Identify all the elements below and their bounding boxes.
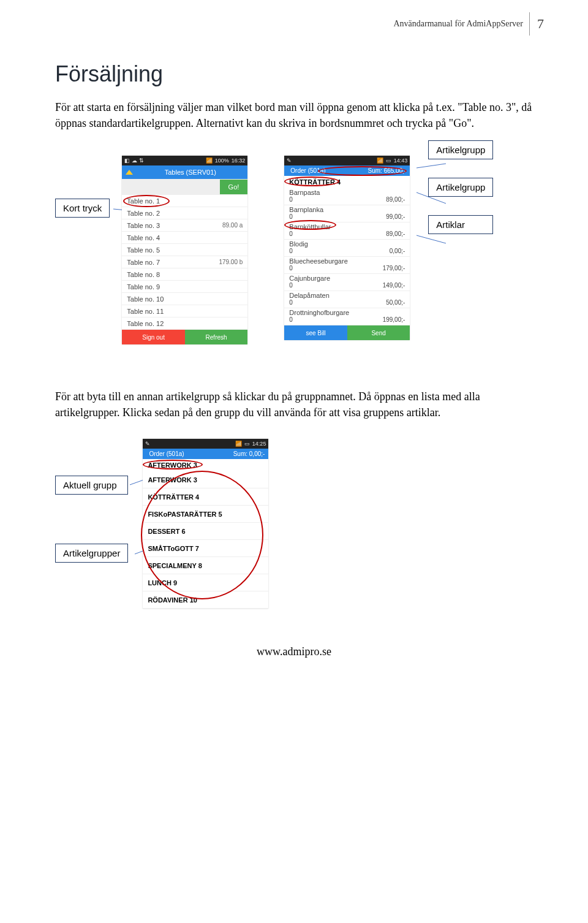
group-row[interactable]: AFTERWORK 3	[143, 471, 268, 488]
article-item[interactable]: Barnplanka099,00;-	[284, 205, 410, 222]
app-bar-title: Tables (SERV01)	[137, 169, 244, 176]
callout-artikelgrupp-2: Artikelgrupp	[428, 178, 493, 197]
svg-line-3	[417, 235, 446, 243]
article-item[interactable]: Drottninghofburgare0199,00;-	[284, 308, 410, 325]
paragraph-1: För att starta en försäljning väljer man…	[55, 99, 533, 131]
page-header: Användarmanual för AdmiAppServer 7	[394, 12, 552, 36]
order-title: Order (501a)	[290, 167, 325, 174]
clock: 16:32	[232, 158, 246, 164]
table-row[interactable]: Table no. 11	[122, 305, 247, 317]
article-item[interactable]: Blodig00,00;-	[284, 240, 410, 257]
article-item[interactable]: Bluecheeseburgare0179,00;-	[284, 257, 410, 274]
order-sum: Sum: 0,00;-	[233, 450, 265, 457]
group-row[interactable]: SPECIALMENY 8	[143, 557, 268, 574]
callout-artiklar: Artiklar	[428, 215, 493, 234]
see-bill-button[interactable]: see Bill	[284, 325, 347, 340]
current-group[interactable]: AFTERWORK 3	[143, 459, 268, 471]
screenshot-groups: ✎ 📶▭ 14:25 Order (501a) Sum: 0,00;- AFTE…	[143, 439, 268, 609]
send-button[interactable]: Send	[347, 325, 410, 340]
screenshot-order: ✎ 📶▭ 14:43 Order (501a) Sum: 665,00;- KÖ…	[284, 156, 410, 340]
page-number: 7	[529, 12, 551, 36]
order-title: Order (501a)	[149, 450, 184, 457]
clock: 14:43	[394, 158, 408, 164]
table-row[interactable]: Table no. 10	[122, 293, 247, 305]
article-item[interactable]: Barnpasta089,00;-	[284, 188, 410, 205]
table-row[interactable]: Table no. 8	[122, 268, 247, 281]
footer-url: www.admipro.se	[55, 645, 533, 658]
app-logo-icon	[126, 170, 133, 175]
table-row[interactable]: Table no. 2	[122, 207, 247, 219]
table-row[interactable]: Table no. 7179.00 b	[122, 256, 247, 268]
article-item[interactable]: Cajunburgare0149,00;-	[284, 274, 410, 291]
callout-artikelgrupper: Artikelgrupper	[55, 544, 128, 563]
callout-artikelgrupp: Artikelgrupp	[428, 140, 493, 159]
go-button[interactable]: Go!	[220, 180, 248, 194]
table-row[interactable]: Table no. 5	[122, 244, 247, 256]
group-row[interactable]: SMÅTToGOTT 7	[143, 540, 268, 557]
clock: 14:25	[252, 441, 266, 447]
group-row[interactable]: FISKoPASTARÄTTER 5	[143, 506, 268, 523]
callout-aktuell-grupp: Aktuell grupp	[55, 476, 128, 495]
article-item[interactable]: Barnköttbullar089,00;-	[284, 222, 410, 240]
signout-button[interactable]: Sign out	[122, 330, 185, 344]
group-row[interactable]: DESSERT 6	[143, 523, 268, 540]
group-row[interactable]: KÖTTRÄTTER 4	[143, 488, 268, 506]
table-row[interactable]: Table no. 1	[122, 195, 247, 207]
figure-row-1: Kort tryck ◧☁⇅ 📶 100% 16:32 Tables (SERV…	[55, 156, 533, 364]
battery: 100%	[215, 158, 229, 164]
group-header[interactable]: KÖTTRÄTTER 4	[284, 176, 410, 188]
table-number-input[interactable]	[122, 179, 219, 195]
article-item[interactable]: Delapåmaten050,00;-	[284, 291, 410, 308]
group-row[interactable]: RÖDAVINER 10	[143, 591, 268, 609]
screenshot-tables: ◧☁⇅ 📶 100% 16:32 Tables (SERV01) Go! Tab…	[122, 156, 247, 344]
paragraph-2: För att byta till en annan artikelgrupp …	[55, 389, 533, 420]
refresh-button[interactable]: Refresh	[185, 330, 248, 344]
manual-title: Användarmanual för AdmiAppServer	[394, 19, 524, 29]
section-heading: Försäljning	[55, 61, 533, 87]
table-row[interactable]: Table no. 389.00 a	[122, 219, 247, 232]
group-row[interactable]: LUNCH 9	[143, 574, 268, 591]
table-row[interactable]: Table no. 12	[122, 317, 247, 330]
figure-row-2: Aktuell grupp Artikelgrupper ✎ 📶▭ 14:25 …	[55, 439, 533, 609]
order-sum: Sum: 665,00;-	[368, 167, 407, 174]
callout-kort-tryck: Kort tryck	[55, 199, 110, 218]
table-row[interactable]: Table no. 4	[122, 232, 247, 244]
table-row[interactable]: Table no. 9	[122, 281, 247, 293]
